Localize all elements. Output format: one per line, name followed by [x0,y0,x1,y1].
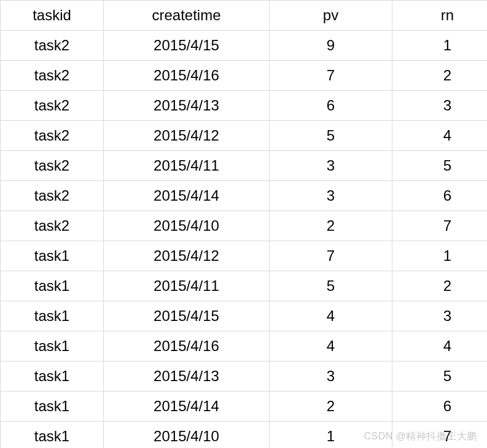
cell-pv: 3 [270,151,392,181]
cell-createtime: 2015/4/10 [104,422,270,449]
cell-taskid: task1 [1,361,104,392]
cell-rn: 6 [392,392,488,422]
table-row: task2 2015/4/15 9 1 [1,31,488,61]
cell-pv: 4 [270,301,392,331]
cell-createtime: 2015/4/16 [104,61,270,91]
col-createtime-header: createtime [104,1,270,31]
cell-taskid: task1 [1,301,104,331]
cell-createtime: 2015/4/14 [104,392,270,422]
cell-taskid: task2 [1,121,104,151]
cell-pv: 4 [270,331,392,361]
cell-createtime: 2015/4/15 [104,301,270,331]
watermark-text: CSDN @精神抖擞王大鹏 [364,430,477,443]
table-row: task1 2015/4/12 7 1 [1,241,488,271]
cell-pv: 7 [270,241,392,271]
cell-createtime: 2015/4/14 [104,181,270,211]
cell-createtime: 2015/4/13 [104,91,270,121]
cell-rn: 6 [392,181,488,211]
cell-taskid: task1 [1,422,104,449]
cell-rn: 1 [392,241,488,271]
cell-rn: 4 [392,331,488,361]
cell-rn: 2 [392,271,488,301]
cell-pv: 7 [270,61,392,91]
table-row: task1 2015/4/11 5 2 [1,271,488,301]
cell-pv: 5 [270,121,392,151]
cell-rn: 5 [392,361,488,392]
cell-pv: 6 [270,91,392,121]
cell-rn: 2 [392,61,488,91]
table-row: task2 2015/4/11 3 5 [1,151,488,181]
cell-rn: 5 [392,151,488,181]
cell-taskid: task1 [1,241,104,271]
cell-createtime: 2015/4/16 [104,331,270,361]
cell-pv: 9 [270,31,392,61]
cell-taskid: task1 [1,392,104,422]
col-pv-header: pv [270,1,392,31]
table-row: task1 2015/4/13 3 5 [1,361,488,392]
table-row: task2 2015/4/14 3 6 [1,181,488,211]
cell-createtime: 2015/4/12 [104,241,270,271]
cell-createtime: 2015/4/10 [104,211,270,241]
table-row: task2 2015/4/12 5 4 [1,121,488,151]
cell-pv: 5 [270,271,392,301]
cell-rn: 7 [392,211,488,241]
cell-taskid: task1 [1,331,104,361]
table-body: task2 2015/4/15 9 1 task2 2015/4/16 7 2 … [1,31,488,449]
table-row: task1 2015/4/14 2 6 [1,392,488,422]
table-row: task1 2015/4/16 4 4 [1,331,488,361]
cell-pv: 3 [270,181,392,211]
cell-taskid: task1 [1,271,104,301]
cell-createtime: 2015/4/11 [104,151,270,181]
cell-rn: 1 [392,31,488,61]
cell-taskid: task2 [1,91,104,121]
cell-createtime: 2015/4/13 [104,361,270,392]
cell-rn: 3 [392,301,488,331]
cell-taskid: task2 [1,61,104,91]
cell-taskid: task2 [1,181,104,211]
cell-taskid: task2 [1,151,104,181]
table-row: task2 2015/4/13 6 3 [1,91,488,121]
cell-createtime: 2015/4/12 [104,121,270,151]
cell-taskid: task2 [1,31,104,61]
cell-createtime: 2015/4/15 [104,31,270,61]
cell-rn: 4 [392,121,488,151]
cell-createtime: 2015/4/11 [104,271,270,301]
table-row: task1 2015/4/15 4 3 [1,301,488,331]
cell-pv: 2 [270,211,392,241]
col-rn-header: rn [392,1,488,31]
data-table: taskid createtime pv rn task2 2015/4/15 … [0,0,487,448]
table-row: task2 2015/4/10 2 7 [1,211,488,241]
col-taskid-header: taskid [1,1,104,31]
cell-rn: 3 [392,91,488,121]
cell-pv: 3 [270,361,392,392]
table-header-row: taskid createtime pv rn [1,1,488,31]
table-row: task2 2015/4/16 7 2 [1,61,488,91]
cell-taskid: task2 [1,211,104,241]
cell-pv: 2 [270,392,392,422]
